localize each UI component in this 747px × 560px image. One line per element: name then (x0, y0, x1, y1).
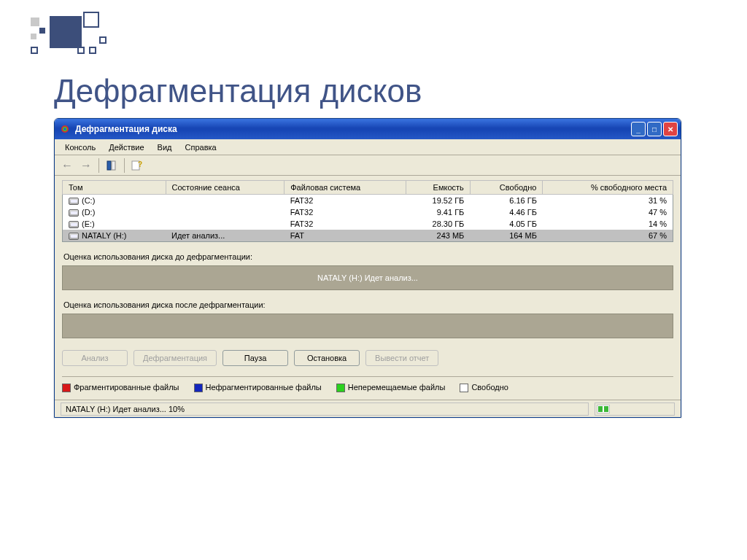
svg-rect-3 (107, 161, 111, 170)
usage-bar-after (62, 314, 673, 338)
cell-fs: FAT32 (285, 206, 406, 218)
table-row[interactable]: (C:) FAT32 19.52 ГБ 6.16 ГБ 31 % (63, 195, 673, 207)
stop-button[interactable]: Остановка (294, 350, 360, 366)
legend-label: Неперемещаемые файлы (348, 383, 446, 392)
action-row: Анализ Дефрагментация Пауза Остановка Вы… (62, 350, 673, 366)
cell-freepct: 67 % (543, 230, 673, 242)
swatch-blue-icon (194, 384, 203, 392)
legend-label: Фрагментированные файлы (74, 383, 179, 392)
titlebar[interactable]: Дефрагментация диска _ □ ✕ (55, 119, 681, 139)
window-title: Дефрагментация диска (75, 124, 177, 134)
cell-free: 4.05 ГБ (470, 218, 543, 230)
disk-icon (69, 221, 79, 228)
status-text: NATALY (H:) Идет анализ... 10% (61, 402, 589, 416)
cell-capacity: 28.30 ГБ (406, 218, 470, 230)
cell-session (166, 218, 285, 230)
minimize-button[interactable]: _ (631, 122, 646, 136)
cell-capacity: 9.41 ГБ (406, 206, 470, 218)
cell-fs: FAT (285, 230, 406, 242)
cell-capacity: 243 МБ (406, 230, 470, 242)
disk-icon (69, 233, 79, 240)
menubar: Консоль Действие Вид Справка (55, 139, 681, 155)
back-button: ← (59, 158, 75, 174)
cell-free: 164 МБ (470, 230, 543, 242)
svg-text:?: ? (138, 160, 142, 168)
disk-icon (69, 198, 79, 205)
slide-decoration (25, 12, 112, 55)
close-button[interactable]: ✕ (663, 122, 678, 136)
legend-contiguous: Нефрагментированные файлы (194, 383, 322, 392)
col-capacity[interactable]: Емкость (406, 181, 470, 195)
pause-button[interactable]: Пауза (222, 350, 288, 366)
cell-volume: (D:) (82, 208, 95, 217)
cell-freepct: 31 % (543, 195, 673, 207)
legend: Фрагментированные файлы Нефрагментирован… (62, 383, 673, 392)
table-row[interactable]: (D:) FAT32 9.41 ГБ 4.46 ГБ 47 % (63, 206, 673, 218)
report-button: Вывести отчет (365, 350, 438, 366)
app-icon (59, 123, 71, 135)
menu-action[interactable]: Действие (103, 141, 150, 153)
cell-session: Идет анализ... (166, 230, 285, 242)
status-progress (595, 402, 675, 416)
statusbar: NATALY (H:) Идет анализ... 10% (55, 400, 681, 417)
legend-label: Нефрагментированные файлы (206, 383, 322, 392)
cell-fs: FAT32 (285, 195, 406, 207)
col-free[interactable]: Свободно (470, 181, 543, 195)
defrag-window: Дефрагментация диска _ □ ✕ Консоль Дейст… (54, 118, 681, 418)
toolbar-divider (98, 158, 99, 173)
analyze-button: Анализ (62, 350, 128, 366)
help-button[interactable]: ? (129, 158, 145, 174)
cell-volume: (C:) (82, 196, 95, 205)
content-area: Том Состояние сеанса Файловая система Ем… (55, 176, 681, 400)
toolbar: ← → ? (55, 155, 681, 176)
menu-view[interactable]: Вид (152, 141, 178, 153)
legend-fragmented: Фрагментированные файлы (62, 383, 179, 392)
swatch-red-icon (62, 384, 71, 392)
legend-free: Свободно (460, 383, 508, 392)
after-label: Оценка использования диска после дефрагм… (63, 300, 673, 309)
menu-console[interactable]: Консоль (59, 141, 101, 153)
cell-volume: (E:) (82, 219, 95, 228)
cell-free: 6.16 ГБ (470, 195, 543, 207)
cell-volume: NATALY (H:) (82, 231, 127, 240)
legend-unmovable: Неперемещаемые файлы (336, 383, 446, 392)
defrag-button: Дефрагментация (133, 350, 217, 366)
col-session[interactable]: Состояние сеанса (166, 181, 285, 195)
table-row[interactable]: (E:) FAT32 28.30 ГБ 4.05 ГБ 14 % (63, 218, 673, 230)
col-volume[interactable]: Том (63, 181, 166, 195)
volume-table: Том Состояние сеанса Файловая система Ем… (62, 180, 673, 242)
menu-help[interactable]: Справка (179, 141, 222, 153)
usage-bar-before-text: NATALY (H:) Идет анализ... (317, 273, 418, 282)
divider (62, 376, 673, 377)
table-row[interactable]: NATALY (H:) Идет анализ... FAT 243 МБ 16… (63, 230, 673, 242)
maximize-button[interactable]: □ (647, 122, 662, 136)
svg-rect-4 (112, 161, 115, 170)
swatch-white-icon (460, 384, 468, 392)
swatch-green-icon (336, 384, 345, 392)
svg-point-2 (64, 128, 66, 131)
legend-label: Свободно (471, 383, 508, 392)
cell-fs: FAT32 (285, 218, 406, 230)
col-fs[interactable]: Файловая система (285, 181, 406, 195)
disk-icon (69, 209, 79, 217)
toolbar-divider (124, 158, 125, 173)
cell-freepct: 47 % (543, 206, 673, 218)
cell-capacity: 19.52 ГБ (406, 195, 470, 207)
col-freepct[interactable]: % свободного места (543, 181, 673, 195)
cell-session (166, 195, 285, 207)
usage-bar-before: NATALY (H:) Идет анализ... (62, 265, 673, 290)
before-label: Оценка использования диска до дефрагмент… (63, 252, 673, 261)
cell-freepct: 14 % (543, 218, 673, 230)
slide-title: Дефрагментация дисков (54, 73, 422, 109)
forward-button: → (78, 158, 94, 174)
cell-session (166, 206, 285, 218)
cell-free: 4.46 ГБ (470, 206, 543, 218)
properties-button[interactable] (104, 158, 120, 174)
